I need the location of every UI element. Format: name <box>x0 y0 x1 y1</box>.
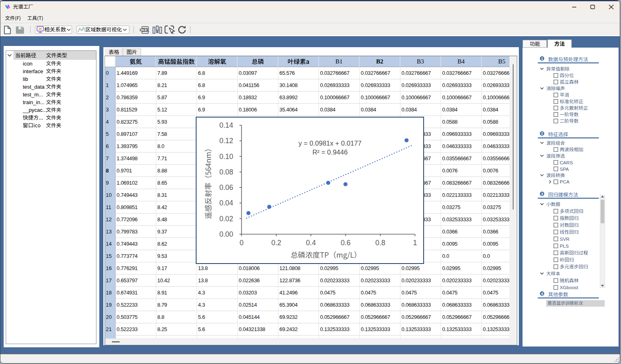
svg-text:y = 0.0981x + 0.0177: y = 0.0981x + 0.0177 <box>298 139 361 147</box>
svg-text:1: 1 <box>413 239 417 247</box>
svg-text:0.06: 0.06 <box>219 183 233 192</box>
svg-text:0.04: 0.04 <box>219 199 233 207</box>
svg-text:0.4: 0.4 <box>306 239 316 247</box>
svg-text:0.08: 0.08 <box>219 168 233 176</box>
svg-text:R² = 0.9446: R² = 0.9446 <box>313 148 348 156</box>
svg-text:0: 0 <box>240 239 244 247</box>
svg-text:0.12: 0.12 <box>219 137 233 145</box>
svg-text:0.2: 0.2 <box>271 239 281 247</box>
svg-text:0.8: 0.8 <box>375 239 385 247</box>
svg-text:0.10: 0.10 <box>219 153 233 161</box>
svg-text:0.00: 0.00 <box>219 230 233 238</box>
svg-text:0.6: 0.6 <box>341 239 350 247</box>
svg-text:0.02: 0.02 <box>219 215 233 223</box>
svg-text:0.14: 0.14 <box>219 121 233 129</box>
